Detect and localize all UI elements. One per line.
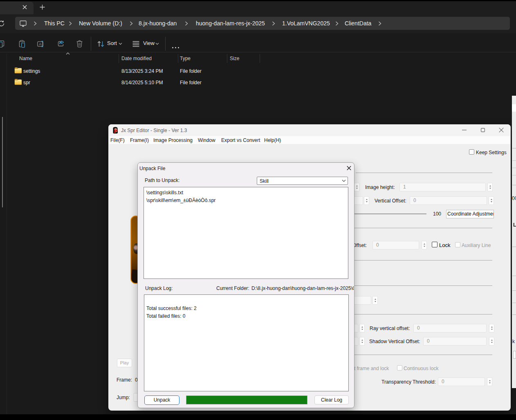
svg-text:A: A [39,42,42,46]
